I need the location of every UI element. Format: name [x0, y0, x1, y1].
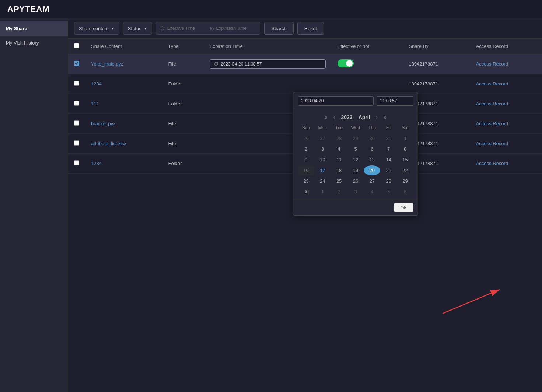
cal-day[interactable]: 30 — [364, 133, 380, 143]
file-link[interactable]: 1234 — [91, 161, 102, 166]
cal-day[interactable]: 2 — [331, 187, 347, 197]
next-month-btn[interactable]: › — [375, 113, 380, 121]
cal-day[interactable]: 1 — [314, 187, 331, 197]
reset-button[interactable]: Reset — [297, 22, 324, 35]
cal-day[interactable]: 4 — [364, 187, 380, 197]
row-checkbox[interactable] — [74, 61, 79, 66]
row-name[interactable]: bracket.pyz — [85, 114, 162, 134]
expiration-time-display[interactable]: ⏱ 2023-04-20 11:00:57 — [210, 59, 326, 69]
cal-day[interactable]: 20 — [364, 165, 380, 175]
cal-day[interactable]: 21 — [380, 165, 397, 175]
access-record-link[interactable]: Access Record — [476, 81, 508, 87]
file-link[interactable]: Yoke_male.pyz — [91, 61, 123, 67]
row-checkbox-cell[interactable] — [68, 154, 85, 174]
row-access-record[interactable]: Access Record — [470, 154, 542, 174]
row-checkbox-cell[interactable] — [68, 74, 85, 94]
row-checkbox-cell[interactable] — [68, 54, 85, 74]
cal-day[interactable]: 4 — [331, 144, 347, 154]
row-access-record[interactable]: Access Record — [470, 134, 542, 154]
row-checkbox[interactable] — [74, 81, 79, 86]
cal-day[interactable]: 1 — [397, 133, 413, 143]
cal-day[interactable]: 19 — [347, 165, 364, 175]
row-name[interactable]: attribute_list.xlsx — [85, 134, 162, 154]
cal-day[interactable]: 27 — [314, 133, 331, 143]
row-name[interactable]: 111 — [85, 94, 162, 114]
cal-day[interactable]: 18 — [331, 165, 347, 175]
cal-day[interactable]: 23 — [298, 176, 314, 186]
select-all-checkbox[interactable] — [74, 43, 79, 48]
sidebar-item-my-visit-history[interactable]: My Visit History — [0, 36, 68, 50]
cal-day[interactable]: 3 — [314, 144, 331, 154]
cal-day[interactable]: 5 — [380, 187, 397, 197]
cal-day[interactable]: 9 — [298, 155, 314, 165]
file-link[interactable]: attribute_list.xlsx — [91, 141, 126, 146]
row-access-record[interactable]: Access Record — [470, 114, 542, 134]
cal-day[interactable]: 17 — [314, 165, 331, 175]
cal-day[interactable]: 8 — [397, 144, 413, 154]
row-access-record[interactable]: Access Record — [470, 74, 542, 94]
row-name[interactable]: 1234 — [85, 154, 162, 174]
select-all-cell[interactable] — [68, 39, 85, 54]
cal-date-input[interactable] — [298, 96, 374, 106]
expiration-time-input[interactable] — [216, 26, 256, 31]
row-checkbox[interactable] — [74, 120, 79, 126]
cal-day[interactable]: 29 — [347, 133, 364, 143]
cal-day[interactable]: 26 — [347, 176, 364, 186]
cal-day[interactable]: 5 — [347, 144, 364, 154]
cal-day[interactable]: 12 — [347, 155, 364, 165]
prev-month-btn[interactable]: ‹ — [332, 113, 337, 121]
access-record-link[interactable]: Access Record — [476, 121, 508, 126]
cal-ok-button[interactable]: OK — [394, 203, 413, 212]
sidebar-item-my-share[interactable]: My Share — [0, 21, 68, 36]
cal-time-input[interactable] — [377, 96, 413, 106]
search-button[interactable]: Search — [264, 22, 293, 35]
row-effective[interactable] — [332, 74, 403, 94]
cal-day[interactable]: 10 — [314, 155, 331, 165]
row-expiration-time[interactable]: ⏱ 2023-04-20 11:00:57 — [204, 54, 332, 74]
cal-day[interactable]: 25 — [331, 176, 347, 186]
share-content-dropdown[interactable]: Share content ▼ — [74, 22, 119, 35]
row-checkbox-cell[interactable] — [68, 134, 85, 154]
cal-day[interactable]: 13 — [364, 155, 380, 165]
cal-day[interactable]: 31 — [380, 133, 397, 143]
row-effective[interactable] — [332, 54, 403, 74]
row-checkbox[interactable] — [74, 160, 79, 165]
row-checkbox[interactable] — [74, 101, 79, 106]
row-checkbox-cell[interactable] — [68, 114, 85, 134]
prev-year-btn[interactable]: « — [323, 113, 329, 121]
cal-day[interactable]: 6 — [364, 144, 380, 154]
cal-day[interactable]: 16 — [298, 165, 314, 175]
effective-time-input[interactable] — [167, 26, 208, 31]
row-access-record[interactable]: Access Record — [470, 54, 542, 74]
row-name[interactable]: 1234 — [85, 74, 162, 94]
access-record-link[interactable]: Access Record — [476, 161, 508, 166]
row-checkbox-cell[interactable] — [68, 94, 85, 114]
next-year-btn[interactable]: » — [382, 113, 388, 121]
access-record-link[interactable]: Access Record — [476, 141, 508, 146]
cal-day[interactable]: 6 — [397, 187, 413, 197]
row-access-record[interactable]: Access Record — [470, 94, 542, 114]
file-link[interactable]: bracket.pyz — [91, 121, 115, 126]
access-record-link[interactable]: Access Record — [476, 61, 508, 67]
cal-day[interactable]: 14 — [380, 155, 397, 165]
cal-day[interactable]: 22 — [397, 165, 413, 175]
row-name[interactable]: Yoke_male.pyz — [85, 54, 162, 74]
toggle-switch[interactable] — [338, 59, 354, 67]
access-record-link[interactable]: Access Record — [476, 101, 508, 106]
cal-day[interactable]: 24 — [314, 176, 331, 186]
cal-day[interactable]: 3 — [347, 187, 364, 197]
cal-day[interactable]: 26 — [298, 133, 314, 143]
cal-day[interactable]: 2 — [298, 144, 314, 154]
cal-day[interactable]: 28 — [380, 176, 397, 186]
cal-day[interactable]: 7 — [380, 144, 397, 154]
cal-day[interactable]: 30 — [298, 187, 314, 197]
cal-day[interactable]: 27 — [364, 176, 380, 186]
row-checkbox[interactable] — [74, 140, 79, 146]
cal-day[interactable]: 29 — [397, 176, 413, 186]
file-link[interactable]: 111 — [91, 101, 99, 106]
file-link[interactable]: 1234 — [91, 81, 102, 87]
cal-day[interactable]: 11 — [331, 155, 347, 165]
cal-day[interactable]: 15 — [397, 155, 413, 165]
status-dropdown[interactable]: Status ▼ — [123, 22, 152, 35]
cal-day[interactable]: 28 — [331, 133, 347, 143]
